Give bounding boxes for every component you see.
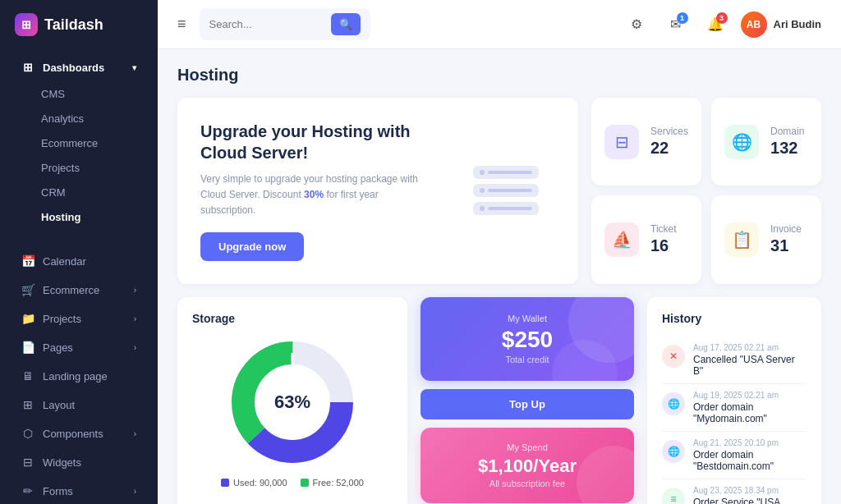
settings-button[interactable]: ⚙ xyxy=(623,11,650,39)
chevron-right-icon-2: › xyxy=(134,314,136,323)
services-label: Services xyxy=(650,126,688,137)
sidebar-item-layout[interactable]: ⊞ Layout xyxy=(7,391,151,419)
chevron-right-icon-4: › xyxy=(134,429,136,438)
content-area: Hosting Upgrade your Hosting with Cloud … xyxy=(158,49,841,504)
messages-button[interactable]: ✉ 1 xyxy=(662,11,690,39)
history-item-3-content: Aug 21, 2025 20.10 pm Order domain "Best… xyxy=(693,438,807,472)
sidebar-components-label: Components xyxy=(43,428,103,440)
sidebar-main-section: 📅 Calendar 🛒 Ecommerce › 📁 Projects › 📄 … xyxy=(0,243,158,504)
history-title: History xyxy=(662,312,807,325)
folder-icon: 📁 xyxy=(21,312,34,325)
sidebar-landing-label: Landing page xyxy=(43,370,108,383)
history-time-4: Aug 23, 2025 18.34 pm xyxy=(693,486,807,495)
sidebar-item-pages[interactable]: 📄 Pages › xyxy=(7,333,151,361)
sidebar-ecommerce-label: Ecommerce xyxy=(43,284,99,296)
history-text-2: Order domain "Mydomain.com" xyxy=(693,401,807,424)
search-button[interactable]: 🔍 xyxy=(331,13,361,35)
history-item-2-content: Aug 19, 2025 02.21 am Order domain "Mydo… xyxy=(693,391,807,424)
server-bar-2 xyxy=(473,184,539,197)
sidebar-calendar-label: Calendar xyxy=(43,255,86,268)
promo-title: Upgrade your Hosting with Cloud Server! xyxy=(200,121,457,163)
sidebar-item-widgets[interactable]: ⊟ Widgets xyxy=(7,448,151,476)
logo-icon: ⊞ xyxy=(15,13,38,36)
menu-toggle-button[interactable]: ≡ xyxy=(177,16,186,33)
history-item-1-content: Aug 17, 2025 02.21 am Cancelled "USA Ser… xyxy=(693,343,807,377)
sidebar-item-calendar[interactable]: 📅 Calendar xyxy=(7,247,151,275)
sidebar-sub-cms[interactable]: CMS xyxy=(7,82,151,106)
page-title: Hosting xyxy=(177,66,821,85)
app-logo[interactable]: ⊞ Taildash xyxy=(0,0,158,49)
history-item-2: 🌐 Aug 19, 2025 02.21 am Order domain "My… xyxy=(662,384,807,432)
promo-highlight: 30% xyxy=(304,189,324,200)
upgrade-button[interactable]: Upgrade now xyxy=(200,232,304,261)
promo-content: Upgrade your Hosting with Cloud Server! … xyxy=(200,121,457,261)
ticket-label: Ticket xyxy=(650,223,677,235)
pages-icon: 📄 xyxy=(21,341,34,354)
sidebar-widgets-label: Widgets xyxy=(43,456,81,469)
spend-card: My Spend $1,100/Year All subscription fe… xyxy=(420,428,634,503)
legend-dot-used xyxy=(221,479,229,487)
topup-button[interactable]: Top Up xyxy=(420,389,634,419)
sidebar-item-components[interactable]: ⬡ Components › xyxy=(7,419,151,447)
history-time-3: Aug 21, 2025 20.10 pm xyxy=(693,438,807,447)
donut-percentage: 63% xyxy=(274,392,310,413)
services-value: 22 xyxy=(650,139,688,158)
wallet-section: My Wallet $250 Total credit Top Up My Sp… xyxy=(420,297,634,504)
avatar: AB xyxy=(741,11,767,38)
server-bar-inner-3 xyxy=(488,207,532,210)
sidebar-forms-label: Forms xyxy=(43,485,73,497)
chevron-right-icon-5: › xyxy=(134,487,136,496)
domain-label: Domain xyxy=(770,126,804,137)
sidebar-item-dashboards[interactable]: ⊞ Dashboards ▾ xyxy=(7,53,151,81)
history-card: History ✕ Aug 17, 2025 02.21 am Cancelle… xyxy=(647,297,821,504)
sidebar-sub-crm[interactable]: CRM xyxy=(7,181,151,204)
search-box: 🔍 xyxy=(200,8,370,40)
storage-title: Storage xyxy=(192,312,393,325)
promo-description: Very simple to upgrade your hosting pack… xyxy=(200,172,430,219)
server-bar-3 xyxy=(473,202,539,215)
wallet-amount: $250 xyxy=(437,327,618,353)
history-icon-cancel: ✕ xyxy=(662,345,685,368)
server-graphic xyxy=(473,166,539,215)
sidebar-sub-ecommerce[interactable]: Ecommerce xyxy=(7,131,151,155)
history-time-1: Aug 17, 2025 02.21 am xyxy=(693,343,807,352)
sidebar-sub-projects[interactable]: Projects xyxy=(7,156,151,180)
stat-info-domain: Domain 132 xyxy=(770,126,804,158)
services-icon: ⊟ xyxy=(615,132,629,152)
components-icon: ⬡ xyxy=(21,427,34,440)
legend-free-label: Free: 52,000 xyxy=(313,478,364,488)
layout-icon: ⊞ xyxy=(21,398,34,411)
sidebar-dashboards-section: ⊞ Dashboards ▾ CMS Analytics Ecommerce P… xyxy=(0,49,158,233)
sidebar-item-ecommerce[interactable]: 🛒 Ecommerce › xyxy=(7,276,151,304)
services-icon-wrapper: ⊟ xyxy=(604,125,639,159)
user-menu[interactable]: AB Ari Budin xyxy=(741,11,822,38)
sidebar-projects-label: Projects xyxy=(43,313,81,325)
search-input[interactable] xyxy=(209,18,324,30)
donut-chart: 63% xyxy=(227,337,358,468)
sidebar-item-projects[interactable]: 📁 Projects › xyxy=(7,305,151,332)
stats-grid: ⊟ Services 22 🌐 Domain 132 xyxy=(591,98,821,284)
sidebar-sub-hosting[interactable]: Hosting xyxy=(7,205,151,229)
gear-icon: ⚙ xyxy=(631,16,642,32)
sidebar-dashboards-label: Dashboards xyxy=(43,62,104,74)
sidebar-item-landing[interactable]: 🖥 Landing page xyxy=(7,362,151,390)
main-area: ≡ 🔍 ⚙ ✉ 1 🔔 3 AB Ari Budin Hosting xyxy=(158,0,841,504)
legend-used: Used: 90,000 xyxy=(221,478,287,488)
spend-sub: All subscription fee xyxy=(435,479,619,488)
top-row: Upgrade your Hosting with Cloud Server! … xyxy=(177,98,821,284)
sidebar-item-forms[interactable]: ✏ Forms › xyxy=(7,477,151,504)
donut-container: 63% Used: 90,000 Free: 52,000 xyxy=(192,337,393,488)
history-icon-domain-1: 🌐 xyxy=(662,392,685,415)
sidebar-layout-label: Layout xyxy=(43,399,75,411)
storage-card: Storage 63% xyxy=(177,297,407,504)
history-text-4: Order Service "USA Server A" xyxy=(693,497,807,504)
wallet-title: My Wallet xyxy=(437,314,618,323)
chevron-down-icon: ▾ xyxy=(132,63,136,72)
domain-icon-wrapper: 🌐 xyxy=(724,125,759,159)
notifications-button[interactable]: 🔔 3 xyxy=(701,11,729,39)
server-bar-inner-1 xyxy=(488,171,532,174)
sidebar-pages-label: Pages xyxy=(43,341,73,354)
server-bar-inner-2 xyxy=(488,189,532,192)
domain-icon: 🌐 xyxy=(732,132,752,152)
sidebar-sub-analytics[interactable]: Analytics xyxy=(7,107,151,131)
